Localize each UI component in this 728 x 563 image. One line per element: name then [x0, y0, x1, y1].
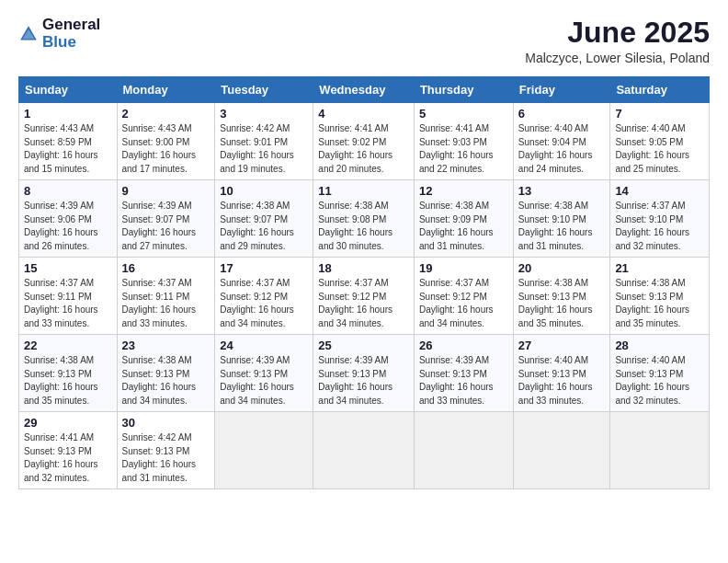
day-number: 11: [318, 184, 409, 198]
day-info: Sunrise: 4:39 AMSunset: 9:13 PMDaylight:…: [318, 354, 409, 408]
week-row-4: 22Sunrise: 4:38 AMSunset: 9:13 PMDayligh…: [19, 335, 710, 412]
week-row-3: 15Sunrise: 4:37 AMSunset: 9:11 PMDayligh…: [19, 258, 710, 335]
day-info: Sunrise: 4:43 AMSunset: 8:59 PMDaylight:…: [24, 122, 112, 176]
day-info: Sunrise: 4:37 AMSunset: 9:12 PMDaylight:…: [318, 277, 409, 330]
day-number: 27: [518, 339, 606, 352]
day-info: Sunrise: 4:38 AMSunset: 9:07 PMDaylight:…: [220, 200, 308, 253]
day-info: Sunrise: 4:41 AMSunset: 9:02 PMDaylight:…: [318, 122, 409, 176]
day-number: 15: [24, 261, 112, 275]
day-number: 23: [122, 339, 210, 352]
day-number: 12: [419, 184, 508, 198]
location: Malczyce, Lower Silesia, Poland: [525, 51, 710, 65]
day-info: Sunrise: 4:37 AMSunset: 9:11 PMDaylight:…: [122, 277, 210, 330]
calendar-cell: [513, 412, 610, 489]
day-info: Sunrise: 4:38 AMSunset: 9:10 PMDaylight:…: [518, 200, 606, 253]
calendar-cell: 4Sunrise: 4:41 AMSunset: 9:02 PMDaylight…: [313, 103, 415, 180]
day-info: Sunrise: 4:39 AMSunset: 9:06 PMDaylight:…: [24, 200, 112, 253]
day-number: 7: [615, 107, 704, 121]
logo-text: General Blue: [42, 17, 100, 51]
day-number: 30: [122, 416, 210, 430]
calendar-cell: 7Sunrise: 4:40 AMSunset: 9:05 PMDaylight…: [610, 103, 710, 180]
calendar-cell: 17Sunrise: 4:37 AMSunset: 9:12 PMDayligh…: [215, 258, 313, 335]
day-number: 1: [24, 107, 112, 121]
calendar-cell: 16Sunrise: 4:37 AMSunset: 9:11 PMDayligh…: [117, 258, 215, 335]
calendar-cell: 20Sunrise: 4:38 AMSunset: 9:13 PMDayligh…: [513, 258, 610, 335]
day-info: Sunrise: 4:42 AMSunset: 9:01 PMDaylight:…: [220, 122, 308, 176]
day-number: 24: [220, 339, 308, 352]
day-number: 17: [220, 261, 308, 275]
day-header-monday: Monday: [117, 77, 215, 103]
day-info: Sunrise: 4:41 AMSunset: 9:03 PMDaylight:…: [419, 122, 508, 176]
day-number: 3: [220, 107, 308, 121]
day-number: 6: [518, 107, 606, 121]
calendar-cell: 30Sunrise: 4:42 AMSunset: 9:13 PMDayligh…: [117, 412, 215, 489]
calendar-cell: 5Sunrise: 4:41 AMSunset: 9:03 PMDaylight…: [414, 103, 513, 180]
header: General Blue June 2025 Malczyce, Lower S…: [18, 17, 710, 65]
day-info: Sunrise: 4:43 AMSunset: 9:00 PMDaylight:…: [122, 122, 210, 176]
day-number: 4: [318, 107, 409, 121]
day-info: Sunrise: 4:37 AMSunset: 9:12 PMDaylight:…: [419, 277, 508, 330]
calendar-cell: 23Sunrise: 4:38 AMSunset: 9:13 PMDayligh…: [117, 335, 215, 412]
calendar-cell: [313, 412, 415, 489]
day-number: 21: [615, 261, 704, 275]
calendar-cell: 29Sunrise: 4:41 AMSunset: 9:13 PMDayligh…: [19, 412, 118, 489]
calendar-cell: 14Sunrise: 4:37 AMSunset: 9:10 PMDayligh…: [610, 180, 710, 258]
day-number: 16: [122, 261, 210, 275]
day-number: 2: [122, 107, 210, 121]
logo-general: General: [42, 17, 100, 34]
day-number: 20: [518, 261, 606, 275]
day-number: 9: [122, 184, 210, 198]
day-number: 26: [419, 339, 508, 352]
title-block: June 2025 Malczyce, Lower Silesia, Polan…: [525, 17, 710, 65]
day-number: 5: [419, 107, 508, 121]
calendar-cell: 18Sunrise: 4:37 AMSunset: 9:12 PMDayligh…: [313, 258, 415, 335]
day-header-tuesday: Tuesday: [215, 77, 313, 103]
calendar-cell: [610, 412, 710, 489]
calendar-cell: 26Sunrise: 4:39 AMSunset: 9:13 PMDayligh…: [414, 335, 513, 412]
day-header-thursday: Thursday: [414, 77, 513, 103]
day-info: Sunrise: 4:37 AMSunset: 9:12 PMDaylight:…: [220, 277, 308, 330]
day-info: Sunrise: 4:39 AMSunset: 9:13 PMDaylight:…: [419, 354, 508, 408]
day-number: 29: [24, 416, 112, 430]
day-info: Sunrise: 4:38 AMSunset: 9:13 PMDaylight:…: [518, 277, 606, 330]
month-title: June 2025: [525, 17, 710, 49]
calendar-cell: 11Sunrise: 4:38 AMSunset: 9:08 PMDayligh…: [313, 180, 415, 258]
day-header-sunday: Sunday: [19, 77, 118, 103]
logo-blue: Blue: [42, 34, 100, 52]
calendar-cell: 13Sunrise: 4:38 AMSunset: 9:10 PMDayligh…: [513, 180, 610, 258]
day-info: Sunrise: 4:41 AMSunset: 9:13 PMDaylight:…: [24, 431, 112, 485]
calendar-cell: 8Sunrise: 4:39 AMSunset: 9:06 PMDaylight…: [19, 180, 118, 258]
calendar-cell: 28Sunrise: 4:40 AMSunset: 9:13 PMDayligh…: [610, 335, 710, 412]
week-row-1: 1Sunrise: 4:43 AMSunset: 8:59 PMDaylight…: [19, 103, 710, 180]
day-info: Sunrise: 4:38 AMSunset: 9:13 PMDaylight:…: [24, 354, 112, 408]
calendar-cell: [414, 412, 513, 489]
day-number: 19: [419, 261, 508, 275]
day-info: Sunrise: 4:37 AMSunset: 9:10 PMDaylight:…: [615, 200, 704, 253]
day-info: Sunrise: 4:37 AMSunset: 9:11 PMDaylight:…: [24, 277, 112, 330]
calendar-cell: 3Sunrise: 4:42 AMSunset: 9:01 PMDaylight…: [215, 103, 313, 180]
day-info: Sunrise: 4:38 AMSunset: 9:13 PMDaylight:…: [615, 277, 704, 330]
day-info: Sunrise: 4:38 AMSunset: 9:08 PMDaylight:…: [318, 200, 409, 253]
day-number: 10: [220, 184, 308, 198]
week-row-5: 29Sunrise: 4:41 AMSunset: 9:13 PMDayligh…: [19, 412, 710, 489]
day-info: Sunrise: 4:40 AMSunset: 9:04 PMDaylight:…: [518, 122, 606, 176]
day-info: Sunrise: 4:42 AMSunset: 9:13 PMDaylight:…: [122, 431, 210, 485]
calendar-table: SundayMondayTuesdayWednesdayThursdayFrid…: [18, 76, 710, 489]
day-info: Sunrise: 4:39 AMSunset: 9:07 PMDaylight:…: [122, 200, 210, 253]
day-info: Sunrise: 4:40 AMSunset: 9:13 PMDaylight:…: [518, 354, 606, 408]
calendar-cell: 10Sunrise: 4:38 AMSunset: 9:07 PMDayligh…: [215, 180, 313, 258]
day-number: 8: [24, 184, 112, 198]
logo: General Blue: [18, 17, 100, 51]
day-number: 18: [318, 261, 409, 275]
calendar-cell: [215, 412, 313, 489]
day-header-wednesday: Wednesday: [313, 77, 415, 103]
page: General Blue June 2025 Malczyce, Lower S…: [0, 0, 728, 563]
day-info: Sunrise: 4:38 AMSunset: 9:13 PMDaylight:…: [122, 354, 210, 408]
calendar-cell: 6Sunrise: 4:40 AMSunset: 9:04 PMDaylight…: [513, 103, 610, 180]
day-number: 13: [518, 184, 606, 198]
day-number: 28: [615, 339, 704, 352]
header-row: SundayMondayTuesdayWednesdayThursdayFrid…: [19, 77, 710, 103]
day-number: 25: [318, 339, 409, 352]
calendar-cell: 21Sunrise: 4:38 AMSunset: 9:13 PMDayligh…: [610, 258, 710, 335]
day-header-saturday: Saturday: [610, 77, 710, 103]
